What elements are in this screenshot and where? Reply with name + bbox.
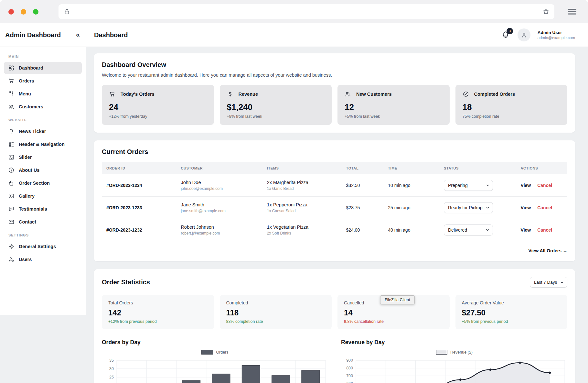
orders-by-day-chart: Orders by Day Orders 35302520151050: [102, 339, 328, 383]
avatar[interactable]: [518, 28, 530, 41]
stat-label: Completed Orders: [474, 92, 515, 97]
cancel-order-link[interactable]: Cancel: [537, 205, 552, 210]
minimize-button[interactable]: [21, 9, 26, 15]
current-orders-table: ORDER IDCUSTOMERITEMSTOTALTIMESTATUSACTI…: [102, 162, 567, 241]
gear-icon: [8, 243, 15, 250]
notification-badge: 3: [507, 28, 513, 34]
address-bar-input[interactable]: [74, 9, 539, 15]
quote-icon: [8, 206, 15, 212]
stat-label: Today's Orders: [121, 92, 155, 97]
sidebar-item-order-section[interactable]: Order Section: [4, 177, 82, 189]
customer-email: jane.smith@example.com: [181, 209, 258, 213]
column-header-total: TOTAL: [342, 162, 384, 174]
sidebar-item-slider[interactable]: Slider: [4, 151, 82, 163]
dollar-icon: [227, 91, 233, 97]
current-orders-title: Current Orders: [102, 148, 567, 156]
nav-section-label: SETTINGS: [4, 229, 82, 240]
sidebar-item-general-settings[interactable]: General Settings: [4, 240, 82, 253]
revenue-by-day-chart: Revenue by Day Revenue ($) 9008007006005…: [341, 339, 567, 383]
legend-swatch: [436, 350, 447, 355]
mini-stat-value: $27.50: [462, 308, 561, 317]
sidebar-collapse-button[interactable]: «: [76, 31, 80, 38]
sidebar-item-menu[interactable]: Menu: [4, 88, 82, 100]
info-icon: [8, 167, 15, 173]
order-total: $32.50: [342, 174, 384, 197]
cancel-order-link[interactable]: Cancel: [537, 183, 552, 188]
sidebar-nav: MAINDashboardOrdersMenuCustomersWEBSITEN…: [0, 47, 86, 315]
stat-value: 24: [109, 102, 207, 112]
column-header-actions: ACTIONS: [516, 162, 567, 174]
table-row: #ORD-2023-1234John Doejohn.doe@example.c…: [102, 174, 567, 197]
layout-icon: [8, 141, 15, 148]
sidebar-item-testimonials[interactable]: Testimonials: [4, 203, 82, 215]
view-order-link[interactable]: View: [521, 227, 531, 233]
sidebar-item-dashboard[interactable]: Dashboard: [4, 62, 82, 74]
customer-email: robert.j@example.com: [181, 231, 258, 235]
stat-subtext: +12% from yesterday: [109, 114, 207, 119]
notifications-button[interactable]: 3: [501, 30, 510, 40]
image-icon: [8, 193, 15, 199]
svg-text:800: 800: [346, 366, 353, 370]
sidebar-item-users[interactable]: Users: [4, 253, 82, 266]
stat-card-today-s-orders: Today's Orders24+12% from yesterday: [102, 85, 214, 125]
close-button[interactable]: [8, 9, 14, 15]
bell-icon: [8, 128, 15, 135]
star-bookmark-icon[interactable]: [542, 8, 550, 16]
sidebar-item-orders[interactable]: Orders: [4, 75, 82, 87]
svg-text:35: 35: [109, 358, 114, 363]
address-bar[interactable]: [59, 4, 554, 19]
maximize-button[interactable]: [33, 9, 38, 15]
usergear-icon: [8, 256, 15, 263]
sidebar-item-customers[interactable]: Customers: [4, 101, 82, 113]
order-item-primary: 1x Vegetarian Pizza: [267, 224, 337, 230]
order-status-select[interactable]: Preparing: [444, 180, 493, 191]
stat-label: Revenue: [239, 92, 258, 97]
mini-stat-average-order-value: Average Order Value$27.50+5% from previo…: [455, 295, 568, 329]
mini-stat-subtext: +5% from previous period: [462, 319, 561, 324]
order-status-select[interactable]: Delivered: [444, 224, 493, 235]
sidebar-item-header-navigation[interactable]: Header & Navigation: [4, 138, 82, 150]
legend-swatch: [201, 350, 213, 355]
sidebar-item-news-ticker[interactable]: News Ticker: [4, 125, 82, 137]
order-id: #ORD-2023-1233: [102, 197, 176, 219]
svg-text:700: 700: [346, 374, 353, 378]
view-all-orders-link[interactable]: View All Orders →: [528, 248, 567, 253]
cart-icon: [8, 78, 15, 84]
view-order-link[interactable]: View: [521, 205, 531, 210]
users-icon: [345, 91, 351, 97]
sidebar-item-gallery[interactable]: Gallery: [4, 190, 82, 202]
checkc-icon: [463, 91, 469, 97]
order-item-primary: 1x Pepperoni Pizza: [267, 202, 337, 207]
order-item-primary: 2x Margherita Pizza: [267, 180, 337, 185]
browser-chrome: [0, 0, 588, 23]
mini-stat-subtext: 83% completion rate: [226, 319, 326, 324]
overview-title: Dashboard Overview: [102, 61, 567, 69]
stat-card-new-customers: New Customers12+5% from last week: [337, 85, 450, 125]
page-title: Dashboard: [94, 31, 128, 39]
mini-stat-value: 14: [344, 308, 443, 317]
mini-stat-value: 118: [226, 308, 326, 317]
stat-subtext: +8% from last week: [227, 114, 325, 119]
order-id: #ORD-2023-1232: [102, 219, 176, 241]
order-status-select[interactable]: Ready for Pickup: [444, 202, 493, 213]
cancel-order-link[interactable]: Cancel: [537, 227, 552, 233]
mini-stat-label: Completed: [226, 300, 326, 305]
top-header: Dashboard 3 Admin User admin@example.com: [86, 23, 588, 47]
users-icon: [8, 104, 15, 110]
view-order-link[interactable]: View: [521, 183, 531, 188]
welcome-text: Welcome to your restaurant admin dashboa…: [102, 72, 567, 78]
svg-text:600: 600: [346, 381, 353, 383]
nav-section-label: WEBSITE: [4, 114, 82, 125]
user-name: Admin User: [538, 30, 575, 35]
current-orders-card: Current Orders ORDER IDCUSTOMERITEMSTOTA…: [94, 140, 575, 261]
user-info[interactable]: Admin User admin@example.com: [538, 30, 575, 40]
mini-stat-label: Total Orders: [108, 300, 208, 305]
sidebar-item-about-us[interactable]: About Us: [4, 164, 82, 176]
sidebar-item-contact[interactable]: Contact: [4, 216, 82, 228]
svg-text:25: 25: [109, 375, 114, 379]
browser-menu-icon[interactable]: [567, 6, 578, 17]
cart-icon: [109, 91, 115, 97]
order-statistics-card: Order Statistics Last 7 Days Total Order…: [94, 269, 575, 383]
date-range-select[interactable]: Last 7 Days: [530, 277, 567, 288]
traffic-lights: [8, 9, 38, 15]
